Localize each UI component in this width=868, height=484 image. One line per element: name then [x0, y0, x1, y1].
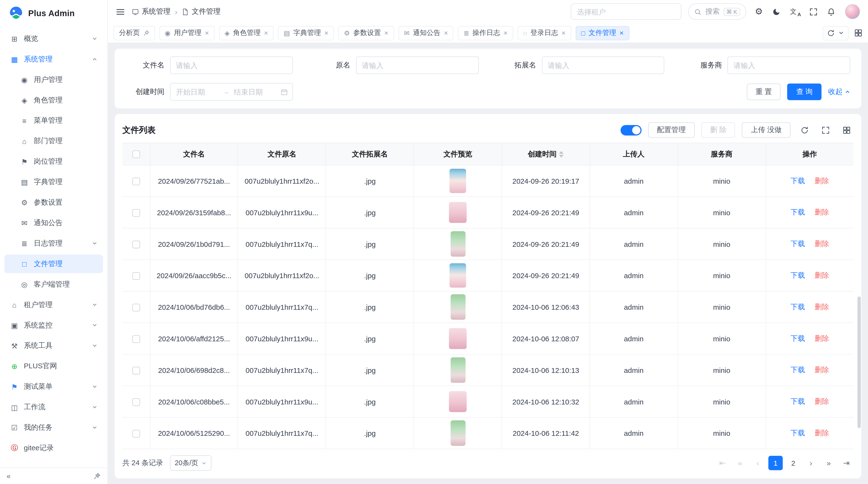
- refresh-table-icon[interactable]: [797, 123, 812, 137]
- sidebar-item[interactable]: ⚑ 测试菜单: [4, 377, 103, 396]
- config-manage-button[interactable]: 配置管理: [648, 122, 695, 138]
- row-checkbox[interactable]: [132, 303, 140, 311]
- sidebar-item[interactable]: ▦ 系统管理: [4, 50, 103, 69]
- download-link[interactable]: 下载: [790, 176, 805, 185]
- tab[interactable]: ◌ 登录日志 ×: [518, 26, 571, 40]
- tab-close-icon[interactable]: ×: [503, 29, 507, 37]
- tab-close-icon[interactable]: ×: [619, 29, 623, 37]
- page-size-select[interactable]: 20条/页: [170, 455, 212, 471]
- last-page-button[interactable]: ⇥: [839, 456, 854, 470]
- file-preview-thumbnail[interactable]: [450, 169, 466, 193]
- pin-icon[interactable]: [143, 30, 149, 36]
- global-search-button[interactable]: 搜索 ⌘ K: [688, 3, 746, 20]
- col-created-time[interactable]: 创建时间: [502, 143, 590, 165]
- tab-close-icon[interactable]: ×: [561, 29, 565, 37]
- end-date-input[interactable]: [233, 87, 277, 96]
- tab[interactable]: ▤ 字典管理 ×: [278, 26, 334, 40]
- download-link[interactable]: 下载: [790, 239, 805, 248]
- sidebar-pin-icon[interactable]: [94, 473, 101, 480]
- tab-analysis[interactable]: 分析页: [114, 26, 155, 40]
- user-avatar[interactable]: [845, 4, 860, 19]
- breadcrumb-item-file[interactable]: 文件管理: [182, 7, 221, 17]
- tab[interactable]: ⚙ 参数设置 ×: [339, 26, 394, 40]
- delete-link[interactable]: 删除: [815, 429, 829, 437]
- sidebar-item[interactable]: ⊞ 概览: [4, 29, 103, 48]
- logo[interactable]: Plus Admin: [0, 0, 107, 26]
- page-number-button[interactable]: 2: [786, 456, 801, 470]
- row-checkbox[interactable]: [132, 272, 140, 280]
- fullscreen-icon[interactable]: [809, 7, 817, 16]
- row-checkbox[interactable]: [132, 240, 140, 248]
- next-page-button[interactable]: ›: [804, 456, 818, 470]
- sidebar-item[interactable]: ⌂ 部门管理: [4, 132, 103, 151]
- delete-link[interactable]: 删除: [815, 302, 829, 311]
- delete-button[interactable]: 删 除: [701, 122, 735, 138]
- tab[interactable]: ≣ 操作日志 ×: [458, 26, 513, 40]
- translate-icon[interactable]: 文A: [790, 7, 800, 16]
- collapse-filters-link[interactable]: 收起: [828, 87, 850, 97]
- dark-mode-moon-icon[interactable]: [772, 7, 780, 16]
- tab[interactable]: ◈ 角色管理 ×: [219, 26, 274, 40]
- delete-link[interactable]: 删除: [815, 176, 829, 185]
- filter-field-input[interactable]: [542, 56, 664, 74]
- sidebar-item[interactable]: ⌂ 租户管理: [4, 295, 103, 314]
- select-all-checkbox[interactable]: [132, 151, 140, 158]
- prev-page-button[interactable]: ‹: [751, 456, 765, 470]
- tab[interactable]: ✉ 通知公告 ×: [398, 26, 454, 40]
- file-preview-thumbnail[interactable]: [449, 202, 467, 223]
- sidebar-item[interactable]: Ⓖ gitee记录: [4, 439, 103, 457]
- layout-grid-icon[interactable]: [854, 29, 863, 37]
- tab[interactable]: ◉ 用户管理 ×: [159, 26, 215, 40]
- tab-actions-chevron-down-icon[interactable]: [838, 30, 844, 36]
- delete-link[interactable]: 删除: [815, 271, 829, 279]
- upload-button[interactable]: 上传 没做: [742, 122, 790, 138]
- row-checkbox[interactable]: [132, 209, 140, 217]
- breadcrumb-item-system[interactable]: 系统管理: [132, 7, 170, 17]
- filter-field-input[interactable]: [170, 56, 293, 74]
- table-fullscreen-icon[interactable]: [818, 123, 833, 137]
- sidebar-item[interactable]: ☑ 我的任务: [4, 418, 103, 437]
- sidebar-collapse-button[interactable]: «: [7, 472, 11, 480]
- row-checkbox[interactable]: [132, 178, 140, 185]
- download-link[interactable]: 下载: [790, 397, 805, 406]
- refresh-tabs-icon[interactable]: [827, 29, 835, 37]
- column-settings-grid-icon[interactable]: [839, 123, 854, 137]
- tab-close-icon[interactable]: ×: [264, 29, 268, 37]
- row-checkbox[interactable]: [132, 335, 140, 343]
- file-preview-thumbnail[interactable]: [451, 420, 465, 446]
- filter-field-input[interactable]: [727, 56, 850, 74]
- query-button[interactable]: 查 询: [787, 84, 822, 100]
- sidebar-item[interactable]: ⚒ 系统工具: [4, 336, 103, 355]
- file-preview-thumbnail[interactable]: [449, 391, 467, 412]
- download-link[interactable]: 下载: [790, 302, 805, 311]
- sidebar-item[interactable]: ▤ 字典管理: [4, 172, 103, 191]
- delete-link[interactable]: 删除: [815, 239, 829, 248]
- sidebar-item[interactable]: ◎ 客户端管理: [4, 275, 103, 294]
- row-checkbox[interactable]: [132, 398, 140, 406]
- start-date-input[interactable]: [175, 87, 220, 96]
- tab-close-icon[interactable]: ×: [444, 29, 448, 37]
- sidebar-item[interactable]: ≣ 日志管理: [4, 234, 103, 253]
- hamburger-menu-icon[interactable]: [116, 7, 125, 17]
- sidebar-item[interactable]: ⚑ 岗位管理: [4, 152, 103, 171]
- sidebar-item[interactable]: □ 文件管理: [4, 255, 103, 273]
- delete-link[interactable]: 删除: [815, 334, 829, 342]
- tenant-select-input[interactable]: [571, 3, 682, 20]
- tab[interactable]: □ 文件管理 ×: [576, 26, 629, 40]
- download-link[interactable]: 下载: [790, 208, 805, 216]
- file-preview-thumbnail[interactable]: [451, 357, 465, 383]
- sort-icon[interactable]: [559, 151, 564, 158]
- sidebar-item[interactable]: ◈ 角色管理: [4, 91, 103, 109]
- file-preview-thumbnail[interactable]: [451, 294, 465, 320]
- download-link[interactable]: 下载: [790, 429, 805, 437]
- sidebar-item[interactable]: ⚙ 参数设置: [4, 193, 103, 212]
- file-preview-thumbnail[interactable]: [451, 231, 465, 257]
- file-preview-thumbnail[interactable]: [449, 328, 467, 349]
- filter-field-input[interactable]: [356, 56, 478, 74]
- sidebar-item[interactable]: ⊕ PLUS官网: [4, 357, 103, 376]
- tab-close-icon[interactable]: ×: [205, 29, 209, 37]
- page-number-button[interactable]: 1: [768, 456, 783, 470]
- row-checkbox[interactable]: [132, 430, 140, 438]
- first-page-button[interactable]: ⇤: [715, 456, 730, 470]
- config-toggle-switch[interactable]: [620, 125, 641, 135]
